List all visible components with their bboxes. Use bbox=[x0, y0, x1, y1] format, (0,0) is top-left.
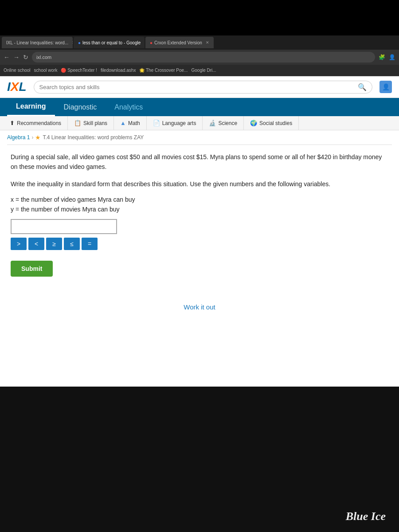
tab-learning-label: Learning bbox=[16, 102, 46, 110]
language-arts-icon: 📄 bbox=[153, 120, 160, 126]
tab-learning[interactable]: Learning bbox=[7, 98, 55, 116]
tab-crxon[interactable]: ● Crxon Extended Version ✕ bbox=[145, 37, 214, 48]
profile-avatar[interactable]: 👤 bbox=[379, 81, 392, 93]
tab-analytics[interactable]: Analytics bbox=[106, 99, 152, 116]
answer-input[interactable] bbox=[11, 219, 117, 234]
forward-button[interactable]: → bbox=[13, 54, 20, 61]
tab-diagnostic[interactable]: Diagnostic bbox=[55, 99, 106, 116]
skill-plans-icon: 📋 bbox=[74, 120, 81, 126]
bookmark-googledrive[interactable]: Google Dri... bbox=[191, 68, 216, 73]
social-studies-icon: 🌍 bbox=[250, 120, 257, 126]
address-bar: ← → ↻ 🧩 👤 bbox=[0, 50, 399, 65]
tab-ixl-close[interactable]: ✕ bbox=[72, 40, 73, 45]
tab-google-label: less than or equal to - Google bbox=[82, 40, 141, 45]
work-it-out-link[interactable]: Work it out bbox=[184, 303, 215, 311]
ixl-logo: IXL bbox=[7, 80, 27, 94]
problem-text-1: During a special sale, all video games c… bbox=[11, 152, 388, 172]
operator-buttons: > < ≥ ≤ = bbox=[11, 238, 388, 250]
tab-crxon-close[interactable]: ✕ bbox=[206, 40, 209, 45]
bookmarks-bar: Online school school work 🔴 SpeechTexter… bbox=[0, 65, 399, 76]
nav-tabs-bar: Learning Diagnostic Analytics bbox=[0, 98, 399, 116]
submit-button[interactable]: Submit bbox=[11, 261, 53, 277]
variables-section: x = the number of video games Myra can b… bbox=[11, 196, 388, 213]
ixl-logo-l: L bbox=[19, 80, 26, 94]
tab-diagnostic-label: Diagnostic bbox=[64, 103, 97, 111]
op-btn-eq[interactable]: = bbox=[82, 238, 98, 250]
tab-ixl[interactable]: IXL - Linear Inequalities: word... ✕ bbox=[2, 37, 73, 48]
op-btn-lte[interactable]: ≤ bbox=[64, 238, 80, 250]
math-icon: ▲ bbox=[120, 120, 126, 126]
social-studies-label: Social studies bbox=[259, 120, 292, 126]
op-btn-lt[interactable]: < bbox=[28, 238, 44, 250]
op-btn-gt[interactable]: > bbox=[11, 238, 27, 250]
subject-tab-recommendations[interactable]: ⬆ Recommendations bbox=[4, 116, 68, 130]
bookmark-filedownload[interactable]: filedownload.ashx bbox=[101, 68, 136, 73]
subject-tab-social-studies[interactable]: 🌍 Social studies bbox=[244, 116, 299, 130]
ixl-header: IXL 🔍 👤 bbox=[0, 76, 399, 98]
bookmark-school-work[interactable]: school work bbox=[34, 68, 58, 73]
bookmark-online-school[interactable]: Online school bbox=[4, 68, 31, 73]
subject-tab-math[interactable]: ▲ Math bbox=[114, 116, 147, 130]
breadcrumb-course[interactable]: Algebra 1 bbox=[7, 134, 30, 141]
skill-plans-label: Skill plans bbox=[83, 120, 107, 126]
problem-area: During a special sale, all video games c… bbox=[0, 145, 399, 318]
tab-analytics-label: Analytics bbox=[114, 103, 143, 111]
search-bar[interactable]: 🔍 bbox=[34, 81, 372, 94]
browser-tab-bar: IXL - Linear Inequalities: word... ✕ ● l… bbox=[0, 35, 399, 50]
tab-crxon-icon: ● bbox=[150, 40, 153, 45]
tab-google-icon: ● bbox=[78, 40, 81, 45]
tab-google-close[interactable]: ✕ bbox=[144, 40, 145, 45]
search-icon: 🔍 bbox=[358, 83, 367, 91]
profile-button[interactable]: 👤 bbox=[389, 54, 395, 60]
ixl-page: IXL 🔍 👤 Learning Diagnostic Analytics ⬆ … bbox=[0, 76, 399, 387]
ixl-logo-x: X bbox=[11, 80, 19, 94]
problem-text-2: Write the inequality in standard form th… bbox=[11, 179, 388, 189]
variable-y: y = the number of movies Myra can buy bbox=[11, 206, 388, 213]
math-label: Math bbox=[128, 120, 140, 126]
url-input[interactable] bbox=[32, 52, 375, 63]
watermark: Blue Ice bbox=[346, 510, 386, 523]
science-icon: 🔬 bbox=[209, 120, 216, 126]
tab-crxon-label: Crxon Extended Version bbox=[154, 40, 202, 45]
work-it-out-section: Work it out bbox=[11, 303, 388, 311]
breadcrumb: Algebra 1 › ★ T.4 Linear Inequalities: w… bbox=[0, 130, 399, 145]
tab-ixl-label: IXL - Linear Inequalities: word... bbox=[6, 40, 68, 45]
subject-tab-science[interactable]: 🔬 Science bbox=[203, 116, 244, 130]
op-btn-gte[interactable]: ≥ bbox=[46, 238, 62, 250]
top-dark-area bbox=[0, 0, 399, 35]
breadcrumb-star: ★ bbox=[35, 134, 41, 141]
tab-google[interactable]: ● less than or equal to - Google ✕ bbox=[74, 37, 145, 48]
recommendations-icon: ⬆ bbox=[10, 120, 15, 126]
language-arts-label: Language arts bbox=[162, 120, 196, 126]
subject-tab-language-arts[interactable]: 📄 Language arts bbox=[147, 116, 203, 130]
bottom-dark-area bbox=[0, 387, 399, 511]
science-label: Science bbox=[218, 120, 237, 126]
back-button[interactable]: ← bbox=[4, 54, 10, 61]
variable-x: x = the number of video games Myra can b… bbox=[11, 196, 388, 203]
reload-button[interactable]: ↻ bbox=[23, 54, 28, 61]
breadcrumb-separator: › bbox=[31, 134, 33, 141]
recommendations-label: Recommendations bbox=[17, 120, 61, 126]
breadcrumb-section: T.4 Linear Inequalities: word problems Z… bbox=[43, 134, 144, 141]
subject-bar: ⬆ Recommendations 📋 Skill plans ▲ Math 📄… bbox=[0, 116, 399, 130]
search-input[interactable] bbox=[39, 84, 354, 90]
bookmark-crossover[interactable]: 🌟 The Crossover Poe... bbox=[139, 68, 188, 73]
bookmark-speechtexter[interactable]: 🔴 SpeechTexter ! bbox=[61, 68, 97, 73]
extensions-button[interactable]: 🧩 bbox=[379, 54, 385, 60]
ixl-logo-i: I bbox=[7, 80, 11, 94]
profile-icon-symbol: 👤 bbox=[382, 83, 390, 90]
subject-tab-skill-plans[interactable]: 📋 Skill plans bbox=[68, 116, 114, 130]
